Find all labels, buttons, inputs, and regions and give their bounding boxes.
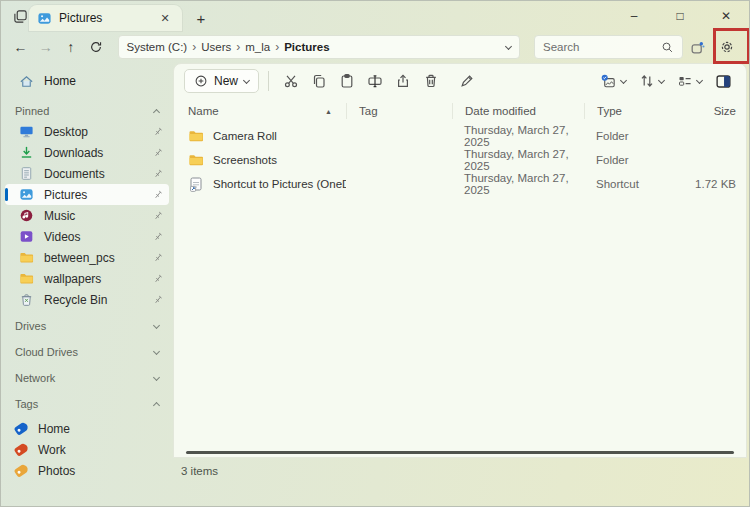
- copy-icon: [311, 73, 327, 89]
- sidebar-section-pinned[interactable]: Pinned: [1, 101, 173, 121]
- tab-pictures[interactable]: Pictures ✕: [29, 5, 182, 31]
- sidebar-item-home[interactable]: Home: [5, 69, 169, 93]
- sort-button[interactable]: [634, 68, 669, 94]
- sidebar-tag-work[interactable]: Work: [1, 439, 173, 460]
- folder-icon: [19, 271, 34, 286]
- sidebar-item-between-pcs[interactable]: between_pcs: [5, 247, 169, 268]
- refresh-button[interactable]: [84, 35, 107, 59]
- up-button[interactable]: ↑: [59, 35, 82, 59]
- column-header-name[interactable]: Name ▲: [174, 105, 346, 117]
- command-toolbar: New: [174, 64, 746, 98]
- toolbar-divider: [268, 71, 269, 91]
- sidebar-tag-photos[interactable]: Photos: [1, 460, 173, 481]
- sidebar-item-wallpapers[interactable]: wallpapers: [5, 268, 169, 289]
- home-icon: [19, 74, 34, 89]
- pin-icon[interactable]: [153, 169, 163, 179]
- breadcrumb-item-current[interactable]: Pictures: [284, 41, 329, 53]
- sidebar-section-cloud-drives[interactable]: Cloud Drives: [1, 342, 173, 362]
- pin-icon[interactable]: [153, 190, 163, 200]
- horizontal-scrollbar[interactable]: [186, 451, 734, 454]
- sidebar-item-label: Desktop: [44, 125, 88, 139]
- breadcrumb-item[interactable]: m_la: [245, 41, 270, 53]
- new-button-label: New: [214, 74, 238, 88]
- pin-icon[interactable]: [153, 232, 163, 242]
- file-row-shortcut-to-pictures[interactable]: Shortcut to Pictures (OneDrive -... Thur…: [174, 172, 746, 196]
- close-button[interactable]: ✕: [703, 1, 749, 31]
- sidebar-section-drives[interactable]: Drives: [1, 316, 173, 336]
- cut-button[interactable]: [278, 68, 304, 94]
- section-label: Pinned: [15, 105, 49, 117]
- breadcrumb-item[interactable]: System (C:): [127, 41, 188, 53]
- folder-icon: [188, 128, 204, 144]
- sidebar-section-network[interactable]: Network: [1, 368, 173, 388]
- file-date-modified: Thursday, March 27, 2025: [452, 124, 584, 148]
- sidebar-item-videos[interactable]: Videos: [5, 226, 169, 247]
- pin-icon[interactable]: [153, 127, 163, 137]
- tag-label: Home: [38, 422, 70, 436]
- file-panel: New: [173, 63, 747, 458]
- sidebar-item-downloads[interactable]: Downloads: [5, 142, 169, 163]
- pin-icon[interactable]: [153, 211, 163, 221]
- file-name: Screenshots: [213, 154, 277, 166]
- sidebar-item-label: Downloads: [44, 146, 103, 160]
- sidebar-section-tags[interactable]: Tags: [1, 394, 173, 414]
- delete-button[interactable]: [418, 68, 444, 94]
- sort-ascending-icon: ▲: [325, 108, 332, 115]
- pin-icon[interactable]: [153, 274, 163, 284]
- view-button[interactable]: [672, 68, 707, 94]
- search-input[interactable]: Search: [534, 35, 683, 59]
- pin-icon[interactable]: [153, 148, 163, 158]
- set-background-button[interactable]: [595, 68, 631, 94]
- tab-title: Pictures: [59, 11, 149, 25]
- content-area: New: [173, 63, 747, 483]
- column-header-type[interactable]: Type: [584, 103, 686, 119]
- section-label: Drives: [15, 320, 46, 332]
- minimize-button[interactable]: –: [611, 1, 657, 31]
- plus-circle-icon: [194, 74, 208, 88]
- sidebar-item-desktop[interactable]: Desktop: [5, 121, 169, 142]
- section-label: Network: [15, 372, 55, 384]
- videos-icon: [19, 229, 34, 244]
- file-name: Camera Roll: [213, 130, 277, 142]
- file-row-screenshots[interactable]: Screenshots Thursday, March 27, 2025 Fol…: [174, 148, 746, 172]
- back-button[interactable]: ←: [9, 35, 32, 59]
- edit-wand-icon: [459, 73, 475, 89]
- sidebar-item-label: Recycle Bin: [44, 293, 107, 307]
- details-pane-button[interactable]: [710, 68, 736, 94]
- section-label: Tags: [15, 398, 38, 410]
- delete-icon: [423, 73, 439, 89]
- sidebar-item-music[interactable]: Music: [5, 205, 169, 226]
- sidebar-tag-home[interactable]: Home: [1, 418, 173, 439]
- column-header-tag[interactable]: Tag: [346, 103, 452, 119]
- pin-icon[interactable]: [153, 253, 163, 263]
- new-tab-button[interactable]: +: [189, 7, 213, 29]
- column-header-date-modified[interactable]: Date modified: [452, 103, 584, 119]
- tab-close-icon[interactable]: ✕: [156, 9, 174, 27]
- breadcrumb-dropdown-icon[interactable]: [505, 42, 512, 49]
- pin-icon[interactable]: [153, 295, 163, 305]
- sidebar-tag-important[interactable]: Important: [1, 481, 173, 483]
- copilot-button[interactable]: [685, 34, 710, 60]
- new-button[interactable]: New: [184, 69, 259, 93]
- rename-button[interactable]: [362, 68, 388, 94]
- paste-button[interactable]: [334, 68, 360, 94]
- breadcrumb-item[interactable]: Users: [201, 41, 231, 53]
- share-icon: [395, 73, 411, 89]
- breadcrumb-separator: ›: [192, 40, 196, 54]
- forward-button[interactable]: →: [34, 35, 57, 59]
- column-header-size[interactable]: Size: [686, 105, 746, 117]
- file-row-camera-roll[interactable]: Camera Roll Thursday, March 27, 2025 Fol…: [174, 124, 746, 148]
- edit-button[interactable]: [454, 68, 480, 94]
- sidebar-item-recycle-bin[interactable]: Recycle Bin: [5, 289, 169, 310]
- settings-button[interactable]: [712, 34, 741, 60]
- sidebar-item-documents[interactable]: Documents: [5, 163, 169, 184]
- sidebar-item-pictures[interactable]: Pictures: [5, 184, 169, 205]
- sidebar-item-label: between_pcs: [44, 251, 115, 265]
- maximize-button[interactable]: □: [657, 1, 703, 31]
- window-controls: – □ ✕: [611, 1, 749, 31]
- tag-label: Photos: [38, 464, 75, 478]
- copy-button[interactable]: [306, 68, 332, 94]
- share-button[interactable]: [390, 68, 416, 94]
- breadcrumb[interactable]: System (C:) › Users › m_la › Pictures: [118, 35, 520, 59]
- column-label: Name: [188, 105, 219, 117]
